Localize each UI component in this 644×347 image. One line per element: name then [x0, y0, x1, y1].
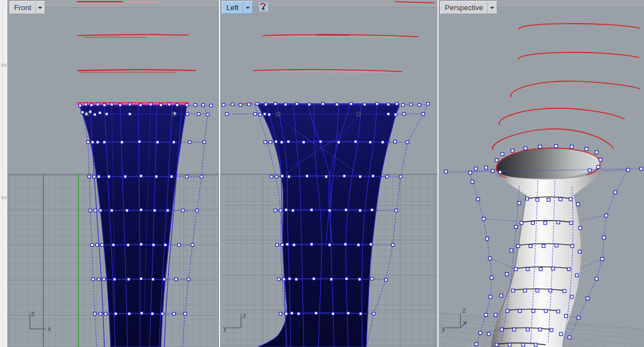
panel-edge-handle[interactable] — [1, 64, 7, 67]
control-polygon — [603, 170, 628, 171]
section-curve-red[interactable] — [282, 72, 389, 72]
viewport-left[interactable]: zy Left — [220, 0, 437, 347]
section-curve-red[interactable] — [78, 70, 195, 71]
chevron-down-icon[interactable] — [246, 7, 250, 11]
control-polygon — [490, 258, 515, 269]
viewport-perspective[interactable]: zxy Perspective — [439, 0, 644, 347]
section-curve-red[interactable] — [253, 69, 402, 72]
section-curve-red[interactable] — [78, 34, 189, 36]
control-polygon — [484, 219, 516, 221]
label-separator — [487, 2, 488, 14]
perspective-canvas[interactable]: zxy — [439, 0, 644, 347]
viewport-title-label[interactable]: Front — [14, 3, 31, 12]
viewport-title-label[interactable]: Perspective — [445, 3, 483, 12]
section-curve-red[interactable] — [493, 129, 614, 150]
label-separator — [243, 2, 243, 14]
axis-label-y: y — [441, 324, 445, 332]
axis-label-x: x — [47, 325, 51, 333]
chevron-down-icon[interactable] — [490, 7, 494, 11]
chevron-down-icon[interactable] — [38, 7, 42, 11]
axis-label-x: x — [463, 319, 467, 327]
section-curve-red[interactable] — [123, 2, 156, 2]
axis-label-z: z — [243, 311, 246, 319]
section-curve-red[interactable] — [519, 24, 640, 29]
vase-surface[interactable] — [491, 171, 603, 347]
top-strip — [220, 0, 437, 7]
rotate-view-icon[interactable] — [259, 2, 269, 12]
control-polygon — [580, 259, 602, 269]
panel-edge-groove — [2, 0, 3, 347]
panel-edge-handle[interactable] — [1, 196, 7, 199]
viewport-title-perspective[interactable]: Perspective — [440, 1, 497, 14]
panel-edge[interactable] — [0, 0, 8, 347]
viewport-title-label[interactable]: Left — [226, 3, 239, 12]
rotate-view-glyph — [259, 2, 268, 11]
axis-label-z: z — [31, 310, 34, 318]
section-curve-red[interactable] — [271, 37, 395, 37]
axis-label-y: y — [223, 324, 227, 332]
section-curve-red[interactable] — [511, 81, 640, 97]
section-curve-red[interactable] — [499, 108, 624, 125]
axis-label-z: z — [462, 306, 466, 314]
viewport-title-front[interactable]: Front — [10, 1, 45, 14]
label-separator — [35, 2, 36, 14]
left-canvas[interactable]: zy — [220, 0, 437, 347]
modeling-app-window: zx Front zy Left zxy Perspective — [0, 0, 644, 347]
viewport-front[interactable]: zx Front — [7, 0, 219, 347]
viewport-title-left[interactable]: Left — [222, 1, 253, 14]
front-canvas[interactable]: zx — [7, 0, 219, 347]
control-points[interactable] — [468, 171, 493, 346]
control-polygon — [581, 216, 606, 220]
section-curve-red[interactable] — [518, 52, 639, 59]
